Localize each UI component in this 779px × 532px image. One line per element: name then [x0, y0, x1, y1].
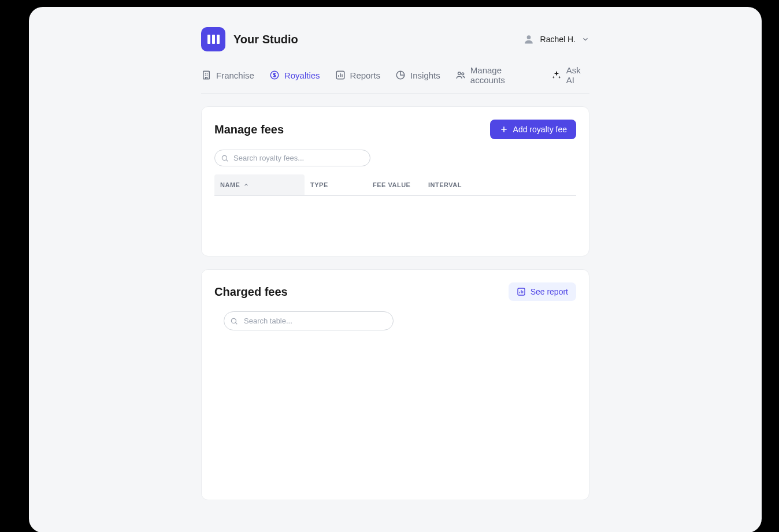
tab-label: Manage accounts — [470, 65, 536, 85]
brand-title: Your Studio — [233, 33, 298, 46]
column-label: NAME — [220, 181, 240, 188]
building-icon — [201, 70, 212, 80]
tab-label: Insights — [410, 70, 440, 80]
manage-fees-card: Manage fees Add royalty fee — [201, 106, 589, 256]
svg-point-5 — [462, 73, 464, 75]
tab-label: Ask AI — [566, 65, 589, 85]
tab-insights[interactable]: Insights — [395, 65, 440, 85]
button-label: Add royalty fee — [513, 125, 567, 134]
button-label: See report — [531, 287, 568, 296]
user-name: Rachel H. — [540, 35, 576, 44]
app-window: Your Studio Rachel H. Fra — [29, 7, 762, 532]
column-header-name[interactable]: NAME — [214, 174, 305, 195]
header: Your Studio Rachel H. — [201, 7, 589, 65]
column-header-fee-value[interactable]: FEE VALUE — [367, 174, 422, 195]
column-label: INTERVAL — [428, 181, 462, 188]
card-header: Manage fees Add royalty fee — [214, 120, 576, 139]
search-icon — [221, 154, 229, 162]
bar-chart-icon — [335, 70, 346, 80]
brand-icon — [201, 27, 225, 51]
card-title: Manage fees — [214, 123, 284, 136]
add-royalty-fee-button[interactable]: Add royalty fee — [490, 120, 576, 139]
table-header: NAME TYPE FEE VALUE INTERVAL — [214, 174, 576, 196]
user-menu[interactable]: Rachel H. — [523, 34, 589, 45]
sort-asc-icon — [243, 182, 249, 188]
tab-label: Franchise — [216, 70, 254, 80]
svg-rect-1 — [203, 71, 210, 79]
column-header-type[interactable]: TYPE — [305, 174, 367, 195]
brand[interactable]: Your Studio — [201, 27, 298, 51]
charged-fees-card: Charged fees See report — [201, 269, 589, 500]
search-table-input[interactable] — [224, 311, 394, 330]
svg-point-6 — [222, 155, 227, 160]
column-label: TYPE — [310, 181, 328, 188]
dollar-circle-icon — [269, 70, 280, 80]
tab-label: Reports — [350, 70, 381, 80]
svg-point-8 — [231, 318, 236, 323]
tab-manage-accounts[interactable]: Manage accounts — [455, 65, 536, 85]
search-container — [224, 311, 576, 330]
tab-royalties[interactable]: Royalties — [269, 65, 320, 85]
search-icon — [230, 317, 238, 325]
tab-franchise[interactable]: Franchise — [201, 65, 254, 85]
plus-icon — [499, 125, 509, 134]
card-header: Charged fees See report — [214, 282, 576, 301]
chevron-down-icon — [581, 35, 589, 43]
pie-chart-icon — [395, 70, 406, 80]
avatar-icon — [523, 34, 535, 45]
bar-chart-icon — [517, 287, 526, 296]
tab-ask-ai[interactable]: Ask AI — [551, 65, 589, 85]
search-container — [214, 150, 576, 166]
tabs: Franchise Royalties Reports — [201, 65, 589, 94]
card-title: Charged fees — [214, 285, 288, 299]
svg-point-4 — [458, 72, 461, 75]
sparkle-icon — [551, 70, 562, 80]
column-label: FEE VALUE — [373, 181, 410, 188]
search-royalty-fees-input[interactable] — [214, 150, 370, 166]
see-report-button[interactable]: See report — [509, 282, 576, 301]
tab-reports[interactable]: Reports — [335, 65, 381, 85]
svg-point-0 — [526, 35, 531, 39]
content-wrapper: Your Studio Rachel H. Fra — [86, 7, 705, 500]
column-header-interval[interactable]: INTERVAL — [422, 174, 480, 195]
users-icon — [455, 70, 466, 80]
tab-label: Royalties — [284, 70, 320, 80]
